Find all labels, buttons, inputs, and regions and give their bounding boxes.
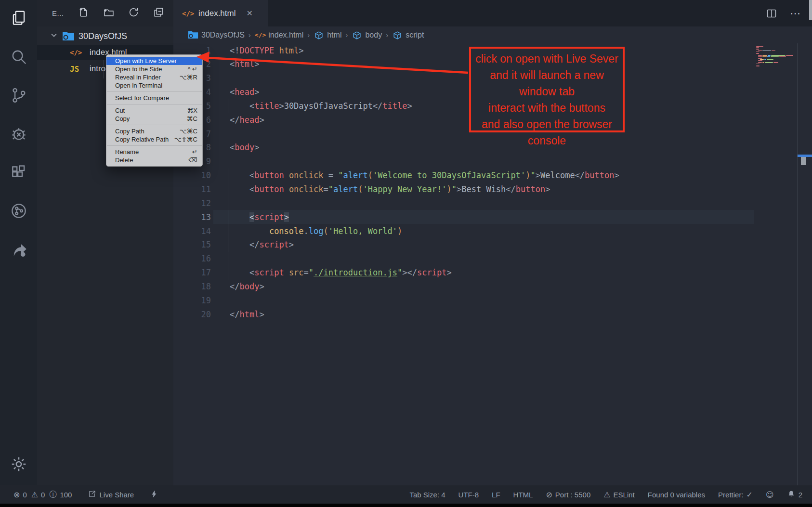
- minimap-line: [758, 56, 762, 57]
- menu-item-delete[interactable]: Delete⌫: [106, 156, 202, 164]
- code-tokens: <title>30DaysOfJavaScript</title>: [230, 101, 412, 111]
- folder-icon: [188, 30, 198, 40]
- menu-item-label: Open with Live Server: [115, 57, 197, 65]
- settings-gear-button[interactable]: [0, 451, 37, 480]
- breadcrumb-item-script[interactable]: script: [392, 30, 424, 40]
- scrollbar-handle[interactable]: [801, 157, 806, 165]
- menu-item-reveal-in-finder[interactable]: Reveal in Finder⌥⌘R: [106, 73, 202, 81]
- code-tokens: </script>: [230, 240, 294, 249]
- explorer-header: E...: [37, 0, 173, 26]
- status-item-0[interactable]: ⊗0: [13, 490, 27, 499]
- menu-item-copy-relative-path[interactable]: Copy Relative Path⌥⇧⌘C: [106, 135, 202, 143]
- code-tokens: console.log('Hello, World'): [230, 226, 402, 236]
- breadcrumb: 30DaysOfJS›</>index.html›html›body›scrip…: [173, 26, 812, 43]
- close-icon[interactable]: ✕: [246, 9, 252, 18]
- minimap-line: [779, 56, 786, 57]
- menu-item-label: Copy Relative Path: [115, 136, 174, 143]
- code-line: 18</body>: [173, 279, 754, 293]
- menu-item-shortcut: ⌥⇧⌘C: [174, 136, 197, 143]
- lightning-icon: [150, 490, 158, 500]
- menu-item-open-in-terminal[interactable]: Open in Terminal: [106, 81, 202, 90]
- menu-separator: [107, 104, 202, 104]
- minimap-line: [767, 59, 773, 60]
- status-item-utf-8[interactable]: UTF-8: [458, 491, 479, 499]
- code-line: 15 </script>: [173, 238, 754, 252]
- breadcrumb-item-index.html[interactable]: </>index.html: [255, 31, 303, 39]
- minimap-line: [764, 59, 766, 60]
- menu-item-copy[interactable]: Copy⌘C: [106, 115, 202, 123]
- status-item-icon[interactable]: [150, 490, 158, 500]
- port-glyph: ⊘: [546, 490, 552, 499]
- status-item--[interactable]: ☺: [766, 490, 774, 499]
- status-item-html[interactable]: HTML: [513, 491, 533, 499]
- warning-glyph: ⚠: [603, 490, 610, 499]
- activity-bar-item-source-control[interactable]: [0, 81, 37, 112]
- status-item-port-5500[interactable]: ⊘Port : 5500: [546, 490, 590, 499]
- menu-item-shortcut: ⌫: [189, 156, 197, 164]
- bell-icon: [787, 490, 796, 500]
- breadcrumb-separator: ›: [307, 31, 310, 39]
- split-editor-icon[interactable]: [766, 8, 777, 19]
- tree-item-folder[interactable]: 30DaysOfJS: [37, 27, 173, 45]
- activity-bar-item-live-server[interactable]: [0, 235, 37, 266]
- breadcrumb-label: body: [365, 31, 382, 39]
- code-line: 12: [173, 196, 754, 210]
- new-folder-icon[interactable]: [103, 6, 115, 20]
- menu-item-open-to-the-side[interactable]: Open to the Side^ ↵: [106, 65, 202, 73]
- breadcrumb-separator: ›: [345, 31, 348, 39]
- collapse-all-icon[interactable]: [153, 6, 165, 20]
- activity-bar-item-search[interactable]: [0, 42, 37, 73]
- menu-item-rename[interactable]: Rename↵: [106, 148, 202, 156]
- status-item-text: 2: [799, 491, 802, 499]
- minimap-line: [756, 65, 760, 66]
- refresh-icon[interactable]: [128, 6, 140, 20]
- status-item-text: 0: [41, 491, 45, 499]
- menu-item-label: Reveal in Finder: [115, 74, 180, 81]
- status-item-100[interactable]: ⓘ100: [49, 490, 72, 500]
- minimap[interactable]: [756, 46, 798, 70]
- status-item-2[interactable]: 2: [787, 490, 802, 500]
- tab-bar: </> index.html ✕ ⋯: [173, 0, 812, 26]
- status-item-live-share[interactable]: Live Share: [88, 490, 134, 500]
- activity-bar-item-live-share[interactable]: [0, 196, 37, 227]
- line-number: 15: [173, 240, 211, 249]
- tab-index-html[interactable]: </> index.html ✕: [173, 0, 268, 26]
- share-out-icon: [88, 490, 96, 500]
- status-item-text: 0: [23, 491, 26, 499]
- code-line: 11 <button onclick="alert('Happy New Yea…: [173, 182, 754, 196]
- new-file-icon[interactable]: [78, 6, 90, 20]
- status-item-0[interactable]: ⚠0: [31, 490, 45, 499]
- menu-item-cut[interactable]: Cut⌘X: [106, 106, 202, 115]
- status-item-found-0-variables[interactable]: Found 0 variables: [648, 491, 705, 499]
- tabbar-scrollbar[interactable]: [809, 0, 812, 20]
- status-item-eslint[interactable]: ⚠ESLint: [603, 490, 635, 499]
- tab-label: index.html: [198, 9, 236, 18]
- line-number: 12: [173, 198, 211, 208]
- status-item-lf[interactable]: LF: [492, 491, 500, 499]
- extensions-icon: [10, 163, 28, 183]
- code-tokens: </html>: [230, 310, 264, 319]
- menu-item-open-with-live-server[interactable]: Open with Live Server: [106, 57, 202, 65]
- menu-item-shortcut: ⌘C: [187, 115, 197, 122]
- breadcrumb-item-html[interactable]: html: [314, 30, 341, 40]
- symbol-cube-icon: [314, 30, 324, 40]
- folder-icon: [62, 31, 75, 41]
- vscode-window: E... 30DaysOfJS </> index.html JS introd…: [0, 0, 812, 507]
- activity-bar-item-explorer[interactable]: [0, 4, 37, 35]
- minimap-line: [786, 55, 793, 56]
- minimap-line: [771, 55, 786, 56]
- status-item-prettier-[interactable]: Prettier:✓: [718, 490, 753, 499]
- more-actions-icon[interactable]: ⋯: [790, 7, 801, 20]
- activity-bar-item-debug[interactable]: [0, 119, 37, 150]
- status-item-text: UTF-8: [458, 491, 479, 499]
- minimap-line: [773, 62, 778, 63]
- status-item-tab-size-4[interactable]: Tab Size: 4: [409, 491, 445, 499]
- menu-item-select-for-compare[interactable]: Select for Compare: [106, 94, 202, 102]
- breadcrumb-item-body[interactable]: body: [352, 30, 382, 40]
- html-file-icon: </>: [182, 10, 198, 17]
- breadcrumb-label: 30DaysOfJS: [201, 31, 245, 39]
- menu-item-label: Copy: [115, 115, 187, 122]
- menu-item-copy-path[interactable]: Copy Path⌥⌘C: [106, 127, 202, 135]
- breadcrumb-item-30DaysOfJS[interactable]: 30DaysOfJS: [188, 30, 245, 40]
- activity-bar-item-extensions[interactable]: [0, 158, 37, 189]
